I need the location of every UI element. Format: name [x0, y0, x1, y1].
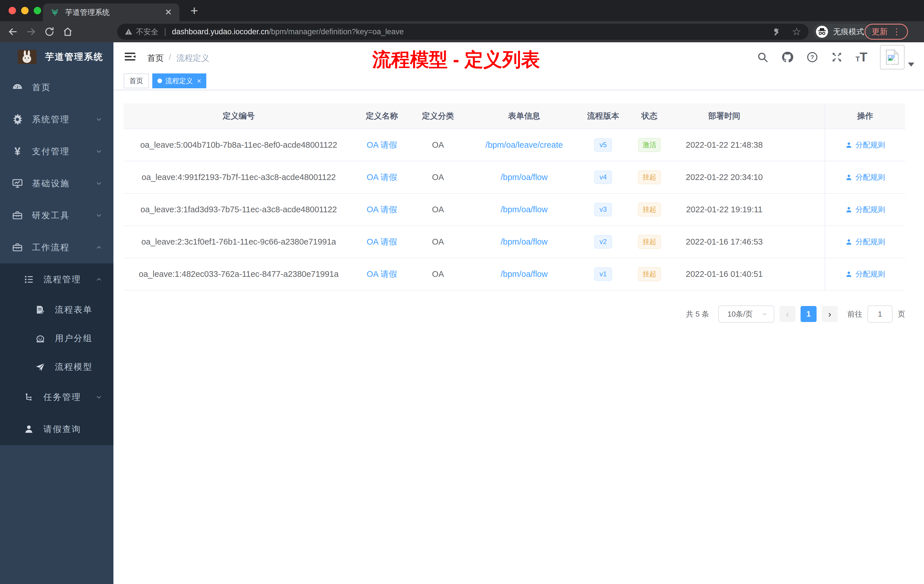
sidebar-item-task-management[interactable]: 任务管理 — [0, 381, 114, 413]
page-unit-label: 页 — [898, 309, 905, 319]
github-icon[interactable] — [781, 51, 794, 63]
update-label[interactable]: 更新 — [872, 26, 888, 37]
sidebar-item-home[interactable]: 首页 — [0, 71, 114, 104]
avatar-broken-image-icon[interactable] — [880, 45, 904, 69]
assign-rule-link[interactable]: 分配规则 — [845, 205, 885, 214]
forward-icon[interactable] — [22, 21, 40, 42]
tags-view-bar: 首页 流程定义 × — [114, 72, 924, 90]
sidebar-item-workflow[interactable]: 工作流程 — [0, 231, 114, 264]
user-icon — [845, 142, 853, 149]
page-size-select[interactable]: 10条/页 — [718, 305, 774, 323]
deploy-time: 2022-01-16 01:40:51 — [675, 269, 774, 279]
breadcrumb-separator: / — [169, 53, 171, 64]
sidebar-item-user-group[interactable]: 用户分组 — [0, 324, 114, 353]
form-link[interactable]: /bpm/oa/flow — [501, 237, 548, 246]
definition-name-link[interactable]: OA 请假 — [366, 269, 397, 279]
table-row: oa_leave:3:1fad3d93-7b75-11ec-a3c8-acde4… — [124, 194, 905, 226]
user-icon — [845, 238, 853, 246]
url-host[interactable]: dashboard.yudao.iocoder.cn — [172, 27, 269, 36]
bookmark-star-icon[interactable]: ☆ — [792, 26, 801, 38]
user-icon — [845, 271, 853, 278]
form-link[interactable]: /bpm/oa/flow — [501, 205, 548, 214]
page-content: 定义编号 定义名称 定义分类 表单信息 流程版本 状态 部署时间 操作 oa_l… — [114, 90, 924, 323]
home-icon[interactable] — [59, 21, 77, 42]
tag-process-definition[interactable]: 流程定义 × — [152, 73, 206, 88]
definition-id: oa_leave:1:482ec033-762a-11ec-8477-a2380… — [124, 269, 354, 279]
tag-close-icon[interactable]: × — [197, 77, 201, 86]
window-close-button[interactable] — [8, 7, 16, 14]
sidebar-logo-row[interactable]: 芋道管理系统 — [0, 42, 114, 71]
annotation-title: 流程模型 - 定义列表 — [372, 47, 540, 73]
gear-icon — [11, 114, 24, 125]
assign-rule-link[interactable]: 分配规则 — [845, 172, 885, 182]
url-path[interactable]: /bpm/manager/definition?key=oa_leave — [269, 27, 404, 36]
sidebar-item-label: 请假查询 — [43, 424, 81, 435]
sidebar-submenu-workflow: 流程管理 流程表单 用户分组 流程模型 任务管理 — [0, 264, 114, 445]
sidebar-item-label: 流程模型 — [55, 361, 92, 373]
fullscreen-icon[interactable] — [831, 51, 843, 63]
sidebar-item-system[interactable]: 系统管理 — [0, 104, 114, 135]
definition-category: OA — [410, 269, 466, 279]
user-avatar-menu[interactable] — [880, 45, 914, 69]
caret-down-icon — [908, 63, 914, 66]
form-icon — [34, 305, 47, 315]
sidebar-item-label: 任务管理 — [43, 391, 81, 403]
security-label[interactable]: 不安全 — [136, 27, 158, 37]
definition-name-link[interactable]: OA 请假 — [366, 140, 397, 149]
help-icon[interactable]: ? — [806, 51, 818, 63]
new-tab-button[interactable]: + — [186, 3, 202, 18]
sidebar-item-payment[interactable]: ¥ 支付管理 — [0, 135, 114, 167]
breadcrumb-home[interactable]: 首页 — [147, 53, 164, 64]
column-header-form: 表单信息 — [466, 111, 582, 121]
browser-tab[interactable]: 芋道管理系统 ✕ — [43, 3, 180, 21]
chevron-down-icon — [95, 148, 102, 155]
goto-label: 前往 — [847, 309, 862, 319]
browser-update-button[interactable]: 更新 ⋮ — [865, 24, 908, 40]
column-header-action: 操作 — [825, 104, 905, 129]
tab-close-icon[interactable]: ✕ — [165, 8, 172, 16]
goto-page-input[interactable] — [868, 305, 893, 323]
assign-rule-link[interactable]: 分配规则 — [845, 269, 885, 279]
chevron-down-icon — [95, 180, 102, 187]
definition-name-link[interactable]: OA 请假 — [366, 205, 397, 214]
sidebar-item-devtools[interactable]: 研发工具 — [0, 200, 114, 231]
tag-home[interactable]: 首页 — [124, 73, 149, 88]
window-minimize-button[interactable] — [21, 7, 28, 14]
sidebar-collapse-icon[interactable] — [124, 50, 136, 63]
chevron-down-icon — [761, 310, 768, 317]
form-link[interactable]: /bpm/oa/leave/create — [485, 140, 563, 149]
sidebar-item-label: 用户分组 — [55, 333, 92, 344]
definition-name-link[interactable]: OA 请假 — [366, 237, 397, 246]
next-page-button[interactable]: › — [822, 306, 838, 322]
prev-page-button[interactable]: ‹ — [779, 306, 795, 322]
form-link[interactable]: /bpm/oa/flow — [501, 173, 548, 182]
sidebar-item-leave-query[interactable]: 请假查询 — [0, 413, 114, 445]
reload-icon[interactable] — [41, 21, 58, 42]
kebab-menu-icon[interactable]: ⋮ — [892, 29, 901, 34]
deploy-time: 2022-01-16 17:46:53 — [675, 237, 774, 247]
sidebar-item-label: 流程管理 — [43, 274, 81, 285]
current-page-button[interactable]: 1 — [800, 306, 817, 322]
search-icon[interactable] — [757, 51, 769, 63]
sidebar-item-process-model[interactable]: 流程模型 — [0, 353, 114, 381]
sidebar-item-process-form[interactable]: 流程表单 — [0, 295, 114, 324]
back-icon[interactable] — [4, 21, 22, 42]
sidebar-item-process-management[interactable]: 流程管理 — [0, 264, 114, 295]
assign-rule-link[interactable]: 分配规则 — [845, 237, 885, 247]
form-link[interactable]: /bpm/oa/flow — [501, 269, 548, 279]
security-warning-icon[interactable] — [125, 28, 132, 36]
font-size-icon[interactable]: TT — [855, 52, 868, 62]
address-bar[interactable]: 不安全 | dashboard.yudao.iocoder.cn/bpm/man… — [117, 24, 808, 40]
sidebar-item-infrastructure[interactable]: 基础设施 — [0, 167, 114, 200]
password-key-icon[interactable] — [772, 27, 782, 36]
top-navbar: 首页 / 流程定义 流程模型 - 定义列表 ? TT — [114, 42, 924, 72]
definition-name-link[interactable]: OA 请假 — [366, 173, 397, 182]
monitor-icon — [11, 178, 24, 189]
column-header-name: 定义名称 — [354, 111, 410, 121]
version-badge: v5 — [594, 138, 612, 152]
window-controls[interactable] — [8, 7, 41, 14]
toolbox-icon — [11, 210, 24, 221]
window-zoom-button[interactable] — [34, 7, 41, 14]
user-icon — [845, 174, 853, 181]
assign-rule-link[interactable]: 分配规则 — [845, 140, 885, 150]
